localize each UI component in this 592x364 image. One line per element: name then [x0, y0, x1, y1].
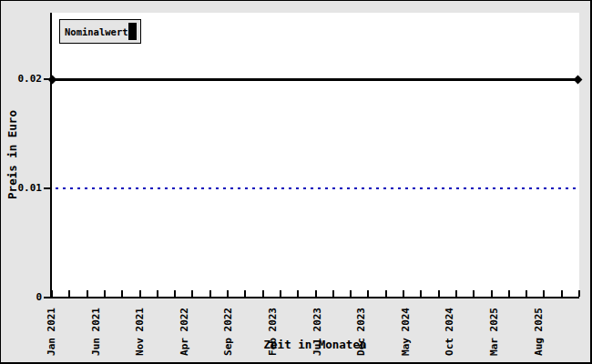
x-axis-tick: [543, 290, 545, 297]
y-axis-tick: [44, 297, 50, 298]
x-axis-tick: [297, 290, 299, 297]
x-tick-label: May 2024: [400, 303, 412, 315]
x-axis-tick: [209, 290, 211, 297]
x-axis-tick: [174, 290, 176, 297]
x-axis-tick: [121, 290, 123, 297]
x-axis-tick: [87, 290, 88, 297]
y-tick-label: 0: [2, 291, 42, 303]
x-axis-tick: [508, 290, 510, 297]
x-axis-tick: [473, 290, 475, 297]
x-axis-tick: [157, 290, 158, 297]
x-tick-label: Nov 2021: [134, 303, 146, 315]
chart-canvas: 0.020.010 Jan 2021Jun 2021Nov 2021Apr 20…: [0, 0, 592, 364]
x-tick-label: Jan 2021: [46, 303, 57, 315]
reference-dotted-line: [56, 187, 577, 189]
x-axis-tick: [491, 290, 493, 297]
x-axis-tick: [51, 290, 53, 297]
x-tick-label: Aug 2025: [533, 303, 545, 315]
x-axis-tick: [104, 290, 106, 297]
legend-marker-swatch: [128, 23, 137, 40]
x-axis-tick: [262, 290, 264, 297]
x-tick-label: Dec 2023: [355, 303, 367, 315]
x-axis-tick: [191, 290, 193, 297]
x-axis-tick: [385, 290, 387, 297]
y-axis-title: Preis in Euro: [5, 110, 19, 199]
legend-label: Nominalwert: [65, 26, 128, 37]
x-tick-label: Mar 2025: [488, 303, 500, 315]
x-axis-tick: [367, 290, 369, 297]
x-axis-tick: [403, 290, 404, 297]
x-tick-label: Oct 2024: [444, 303, 455, 315]
x-axis-tick: [578, 290, 580, 297]
x-axis-tick: [280, 290, 281, 297]
x-axis-tick: [438, 290, 440, 297]
x-axis-tick: [350, 290, 352, 297]
x-tick-label: Jun 2021: [90, 303, 102, 315]
x-axis-tick: [526, 290, 527, 297]
y-axis-line: [50, 13, 52, 298]
x-axis-tick: [139, 290, 141, 297]
x-tick-label: Feb 2023: [267, 303, 279, 315]
x-axis-tick: [420, 290, 422, 297]
x-tick-label: Apr 2022: [179, 303, 190, 315]
x-axis-tick: [315, 290, 317, 297]
x-tick-label: Jul 2023: [311, 303, 323, 315]
x-axis-tick: [68, 290, 70, 297]
legend: Nominalwert: [59, 19, 141, 44]
x-axis-tick: [244, 290, 246, 297]
nominalwert-line: [52, 78, 579, 81]
x-axis-tick: [561, 290, 563, 297]
plot-area: [52, 13, 579, 298]
y-tick-label: 0.02: [2, 73, 42, 85]
x-axis-tick: [332, 290, 334, 297]
x-axis-tick: [455, 290, 457, 297]
x-axis-line: [50, 297, 579, 298]
x-axis-tick: [227, 290, 229, 297]
x-tick-label: Sep 2022: [222, 303, 234, 315]
y-axis-tick: [44, 187, 50, 189]
x-axis-title: Zeit in Monaten: [264, 338, 367, 351]
